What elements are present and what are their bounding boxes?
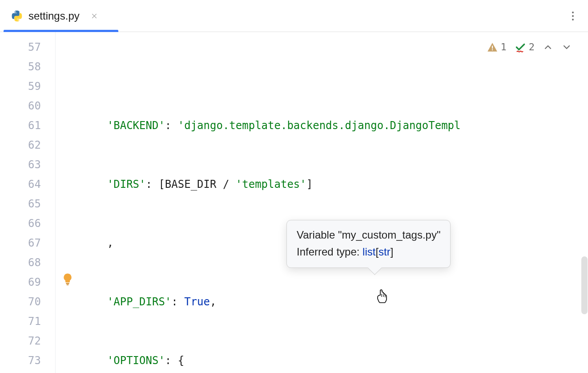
editor-tab-bar: settings.py [0,0,588,32]
code-line-58[interactable]: 'DIRS': [BASE_DIR / 'templates'] [81,174,588,194]
close-tab-button[interactable] [89,10,100,22]
vertical-scrollbar[interactable] [581,256,588,314]
line-number-gutter: 57 58 59 60 61 62 63 64 65 66 67 68 69 7… [0,32,56,373]
code-content[interactable]: 1 2 'BACKEND': 'django.template.backends… [56,32,588,373]
code-editor[interactable]: 57 58 59 60 61 62 63 64 65 66 67 68 69 7… [0,32,588,373]
warnings-count: 1 [501,37,507,57]
code-line-60[interactable]: 'APP_DIRS': True, [81,292,588,312]
code-line-57[interactable]: 'BACKEND': 'django.template.backends.dja… [81,116,588,135]
svg-rect-3 [491,49,492,50]
svg-rect-2 [491,46,492,49]
inspections-widget[interactable]: 1 2 [487,37,572,57]
tooltip-line-2: Inferred type: list[str] [297,243,440,260]
python-file-icon [11,10,23,22]
next-highlight-icon[interactable] [561,42,572,53]
tab-options-menu-icon[interactable] [564,7,582,25]
file-tab-label: settings.py [28,10,80,22]
warnings-indicator[interactable]: 1 [487,37,507,57]
tooltip-line-1: Variable "my_custom_tags.py" [297,227,440,243]
quick-doc-tooltip: Variable "my_custom_tags.py" Inferred ty… [286,220,451,268]
typos-count: 2 [529,37,535,57]
prev-highlight-icon[interactable] [543,42,553,53]
typos-indicator[interactable]: 2 [515,37,535,57]
file-tab-settings[interactable]: settings.py [4,0,107,32]
code-line-61[interactable]: 'OPTIONS': { [81,351,588,370]
typo-icon [515,41,526,53]
warning-icon [487,41,498,53]
pointer-cursor-icon [375,288,389,305]
